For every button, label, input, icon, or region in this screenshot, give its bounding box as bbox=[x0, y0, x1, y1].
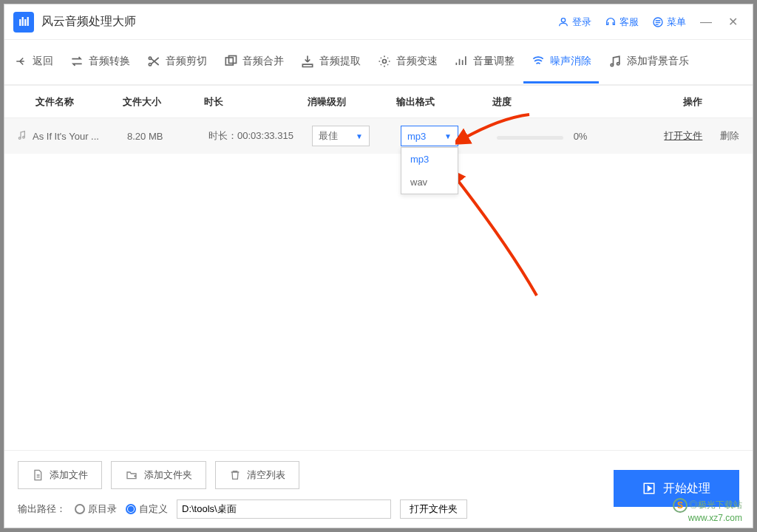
col-action: 操作 bbox=[633, 95, 753, 109]
menu-icon bbox=[652, 16, 664, 28]
cell-level: 最佳 ▼ bbox=[312, 126, 401, 146]
path-input[interactable] bbox=[177, 499, 391, 519]
radio-original[interactable]: 原目录 bbox=[75, 502, 117, 516]
svg-point-9 bbox=[18, 137, 21, 139]
format-select[interactable]: mp3 ▼ bbox=[401, 126, 458, 146]
cell-duration: 时长：00:03:33.315 bbox=[208, 129, 312, 143]
app-title: 风云音频处理大师 bbox=[41, 14, 553, 30]
svg-point-10 bbox=[23, 136, 25, 138]
col-progress: 进度 bbox=[492, 95, 633, 109]
music-icon bbox=[608, 54, 622, 69]
cell-action: 打开文件 删除 bbox=[637, 129, 753, 143]
tab-cut[interactable]: 音频剪切 bbox=[139, 41, 214, 83]
radio-icon bbox=[75, 504, 85, 514]
add-file-button[interactable]: 添加文件 bbox=[18, 461, 102, 489]
svg-point-3 bbox=[149, 63, 151, 65]
tab-merge[interactable]: 音频合并 bbox=[216, 41, 291, 83]
merge-icon bbox=[223, 54, 238, 69]
tab-bgm[interactable]: 添加背景音乐 bbox=[600, 41, 696, 83]
svg-point-7 bbox=[611, 64, 613, 66]
table-header: 文件名称 文件大小 时长 消噪级别 输出格式 进度 操作 bbox=[4, 86, 753, 118]
cell-size: 8.20 MB bbox=[127, 131, 208, 142]
arrow-left-icon bbox=[15, 55, 28, 68]
clear-list-button[interactable]: 清空列表 bbox=[215, 461, 299, 489]
extract-icon bbox=[300, 54, 315, 69]
file-icon bbox=[32, 468, 44, 482]
content-area: As If It's Your ... 8.20 MB 时长：00:03:33.… bbox=[4, 118, 753, 450]
chevron-down-icon: ▼ bbox=[444, 132, 452, 140]
bottom-panel: 添加文件 添加文件夹 清空列表 输出路径： 原目录 自定义 打开文件夹 bbox=[4, 450, 753, 528]
table-row: As If It's Your ... 8.20 MB 时长：00:03:33.… bbox=[4, 118, 753, 154]
scissors-icon bbox=[146, 54, 161, 69]
radio-custom[interactable]: 自定义 bbox=[126, 502, 168, 516]
open-file-link[interactable]: 打开文件 bbox=[664, 130, 702, 141]
folder-plus-icon bbox=[125, 469, 138, 481]
app-logo: ılıl bbox=[13, 12, 34, 33]
tab-speed[interactable]: 音频变速 bbox=[370, 41, 445, 83]
speed-icon bbox=[377, 54, 392, 69]
col-size: 文件大小 bbox=[123, 95, 204, 109]
cell-progress: 0% bbox=[497, 131, 637, 142]
dropdown-option-mp3[interactable]: mp3 bbox=[401, 148, 458, 171]
user-icon bbox=[557, 16, 569, 28]
tab-volume[interactable]: 音量调整 bbox=[447, 41, 522, 83]
menu-button[interactable]: 菜单 bbox=[648, 13, 690, 32]
annotation-arrow-2 bbox=[448, 170, 544, 303]
delete-link[interactable]: 删除 bbox=[720, 130, 739, 141]
progress-bar bbox=[497, 136, 563, 140]
chevron-down-icon: ▼ bbox=[356, 132, 363, 140]
volume-icon bbox=[454, 54, 469, 69]
add-folder-button[interactable]: 添加文件夹 bbox=[111, 461, 206, 489]
back-button[interactable]: 返回 bbox=[7, 41, 61, 83]
format-dropdown: mp3 wav bbox=[401, 147, 458, 194]
convert-icon bbox=[69, 54, 84, 69]
cell-format: mp3 ▼ mp3 wav bbox=[401, 126, 497, 146]
svg-point-6 bbox=[383, 59, 387, 63]
tab-extract[interactable]: 音频提取 bbox=[293, 41, 368, 83]
toolbar: 返回 音频转换 音频剪切 音频合并 音频提取 音频变速 音量调整 噪声消除 bbox=[4, 40, 753, 86]
col-level: 消噪级别 bbox=[308, 95, 396, 109]
svg-point-2 bbox=[149, 57, 151, 59]
audio-file-icon bbox=[16, 129, 28, 143]
title-actions: 登录 客服 菜单 — ✕ bbox=[553, 11, 744, 33]
minimize-button[interactable]: — bbox=[695, 11, 717, 33]
col-format: 输出格式 bbox=[396, 95, 492, 109]
col-duration: 时长 bbox=[204, 95, 308, 109]
cell-name: As If It's Your ... bbox=[33, 131, 127, 142]
titlebar: ılıl 风云音频处理大师 登录 客服 菜单 — ✕ bbox=[4, 4, 753, 40]
denoise-icon bbox=[531, 54, 546, 69]
svg-rect-4 bbox=[225, 58, 233, 65]
radio-checked-icon bbox=[126, 504, 136, 514]
close-button[interactable]: ✕ bbox=[722, 11, 744, 33]
col-name: 文件名称 bbox=[4, 95, 123, 109]
level-select[interactable]: 最佳 ▼ bbox=[312, 126, 370, 146]
headset-icon bbox=[605, 16, 617, 28]
app-window: ılıl 风云音频处理大师 登录 客服 菜单 — ✕ 返回 bbox=[4, 4, 753, 528]
output-path-label: 输出路径： bbox=[18, 502, 66, 516]
login-button[interactable]: 登录 bbox=[553, 13, 596, 32]
open-folder-button[interactable]: 打开文件夹 bbox=[400, 499, 467, 519]
watermark: S◎极光下载站 www.xz7.com bbox=[673, 498, 742, 523]
support-button[interactable]: 客服 bbox=[600, 13, 643, 32]
svg-point-0 bbox=[561, 18, 565, 21]
tab-convert[interactable]: 音频转换 bbox=[62, 41, 138, 83]
trash-icon bbox=[229, 468, 241, 482]
tab-denoise[interactable]: 噪声消除 bbox=[523, 41, 599, 83]
dropdown-option-wav[interactable]: wav bbox=[401, 171, 458, 194]
svg-point-8 bbox=[617, 62, 619, 64]
play-icon bbox=[642, 482, 656, 495]
